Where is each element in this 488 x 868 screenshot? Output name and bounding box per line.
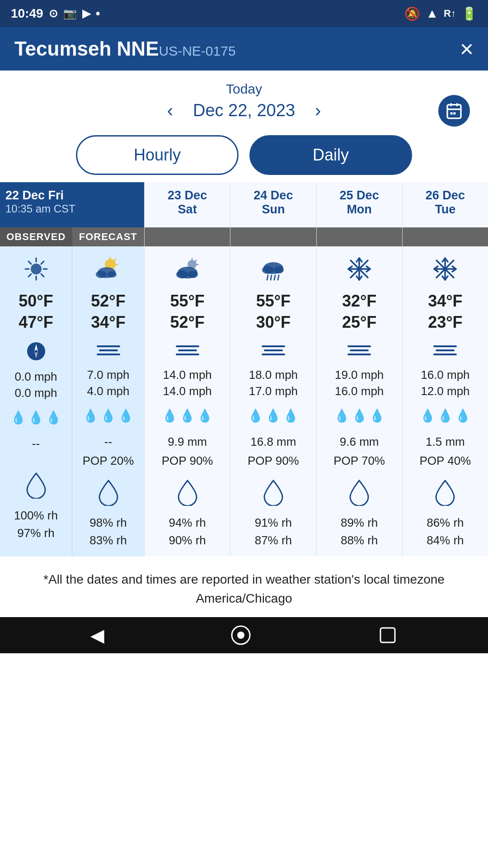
wifi-icon: ▲ [426, 6, 438, 21]
status-left: 10:49 ⊙ 📷 ▶ • [11, 6, 100, 21]
recents-button[interactable] [378, 625, 398, 645]
calendar-button[interactable] [438, 95, 470, 127]
dec23-humidity: 94% rh 90% rh [145, 510, 230, 557]
dec26-temp: 34°F 23°F [403, 287, 488, 337]
dec23-drop-icon [177, 479, 198, 506]
dec24-drop-icon [263, 479, 284, 506]
svg-point-34 [274, 266, 284, 274]
dec25-rain-icon: 💧 💧 💧 [317, 402, 402, 429]
dec25-wind-lines [347, 345, 371, 355]
dec25-wind-icon [317, 337, 402, 364]
dec23-humidity-icon [145, 474, 230, 510]
svg-point-33 [262, 266, 274, 274]
forecast-temp: 52°F 34°F [72, 287, 144, 337]
humidity-drop-icon [25, 472, 47, 499]
dec23-rain-icon: 💧 💧 💧 [145, 402, 230, 429]
today-column-header: 22 Dec Fri 10:35 am CST [0, 182, 144, 227]
dec26-humidity: 86% rh 84% rh [403, 510, 488, 557]
observed-temp: 50°F 47°F [0, 287, 72, 337]
humidity-drop-icon-2 [98, 479, 119, 506]
dec24-rain-icon: 💧 💧 💧 [230, 402, 316, 429]
dec25-humidity: 89% rh 88% rh [317, 510, 402, 557]
dec24-weather-icon [230, 246, 316, 287]
observed-weather-icon [0, 246, 72, 287]
battery-icon: 🔋 [461, 6, 477, 21]
dec26-wind-lines [433, 345, 457, 355]
forecast-precip: -- POP 20% [72, 429, 144, 474]
dot-icon: • [96, 6, 100, 21]
today-sub-columns: 50°F 47°F 0.0 mph 0.0 mph [0, 246, 144, 557]
weather-table: 22 Dec Fri 10:35 am CST OBSERVED FORECAS… [0, 182, 488, 557]
header: Tecumseh NNEUS-NE-0175 × [0, 27, 488, 71]
svg-line-37 [274, 275, 275, 280]
cloudy-sun-icon [173, 256, 202, 282]
forecast-column: 52°F 34°F 7.0 mph 4.0 mph [72, 246, 144, 557]
pocketcasts-icon: ⊙ [49, 7, 58, 20]
today-date-line: 22 Dec Fri [5, 189, 64, 203]
svg-point-66 [237, 632, 244, 639]
home-button[interactable] [231, 625, 251, 645]
dec23-precip: 9.9 mm POP 90% [145, 429, 230, 474]
prev-date-button[interactable]: ‹ [162, 100, 178, 121]
dec26-wind-icon [403, 337, 488, 364]
time-display: 10:49 [11, 6, 43, 21]
snowflake-icon [347, 256, 372, 282]
svg-point-24 [108, 271, 117, 278]
today-time-line: 10:35 am CST [5, 203, 75, 215]
close-button[interactable]: × [460, 35, 474, 62]
daily-tab[interactable]: Daily [249, 135, 412, 175]
observed-label: OBSERVED [0, 227, 72, 246]
observed-humidity: 100% rh 97% rh [0, 503, 72, 549]
dec26-humidity-icon [403, 474, 488, 510]
signal-icon: R↑ [444, 8, 456, 19]
weather-table-scroll[interactable]: 22 Dec Fri 10:35 am CST OBSERVED FORECAS… [0, 182, 488, 557]
dec23-column: 23 Dec Sat 55°F 52 [145, 182, 230, 557]
forecast-humidity: 98% rh 83% rh [72, 510, 144, 557]
dec24-precip: 16.8 mm POP 90% [230, 429, 316, 474]
dec25-precip: 9.6 mm POP 70% [317, 429, 402, 474]
dec24-header: 24 Dec Sun [230, 182, 316, 227]
partly-cloudy-icon [94, 256, 123, 282]
observed-wind-speed: 0.0 mph 0.0 mph [0, 366, 72, 404]
dec25-header: 25 Dec Mon [317, 182, 402, 227]
svg-rect-4 [450, 112, 453, 114]
dec26-wind-speed: 16.0 mph 12.0 mph [403, 364, 488, 402]
hourly-tab[interactable]: Hourly [76, 135, 239, 175]
dec25-drop-icon [348, 479, 370, 506]
dec25-temp: 32°F 25°F [317, 287, 402, 337]
obs-forecast-bar: OBSERVED FORECAST [0, 227, 144, 246]
current-date: Dec 22, 2023 [193, 101, 295, 120]
dec26-header: 26 Dec Tue [403, 182, 488, 227]
forecast-rain-icon: 💧 💧 💧 [72, 402, 144, 429]
location-subtitle: US-NE-0175 [159, 43, 236, 58]
dec26-rain-icon: 💧 💧 💧 [403, 402, 488, 429]
date-nav-row: ‹ Dec 22, 2023 › [0, 100, 488, 121]
svg-line-30 [195, 260, 197, 261]
rain-icon [259, 256, 288, 282]
svg-point-6 [31, 264, 42, 274]
svg-line-35 [267, 275, 268, 280]
header-title-group: Tecumseh NNEUS-NE-0175 [14, 38, 236, 60]
dec25-weather-icon [317, 246, 402, 287]
dec26-drop-icon [434, 479, 456, 506]
svg-rect-67 [380, 628, 395, 642]
youtube-icon: ▶ [82, 7, 90, 20]
svg-line-14 [28, 274, 31, 277]
back-button[interactable]: ◀ [90, 625, 104, 646]
svg-line-20 [114, 259, 116, 261]
svg-line-11 [28, 261, 31, 264]
forecast-label: FORECAST [72, 227, 145, 246]
wind-lines-icon [97, 345, 120, 355]
snowflake-icon-2 [432, 256, 458, 282]
status-bar: 10:49 ⊙ 📷 ▶ • 🔕 ▲ R↑ 🔋 [0, 0, 488, 27]
svg-point-23 [96, 271, 107, 278]
dec23-wind-speed: 14.0 mph 14.0 mph [145, 364, 230, 402]
dec26-weather-icon [403, 246, 488, 287]
dec23-weather-icon [145, 246, 230, 287]
observed-column: 50°F 47°F 0.0 mph 0.0 mph [0, 246, 72, 557]
dec24-wind-icon [230, 337, 316, 364]
next-date-button[interactable]: › [310, 100, 326, 121]
svg-rect-5 [453, 112, 455, 114]
dec25-humidity-icon [317, 474, 402, 510]
today-column: 22 Dec Fri 10:35 am CST OBSERVED FORECAS… [0, 182, 145, 557]
